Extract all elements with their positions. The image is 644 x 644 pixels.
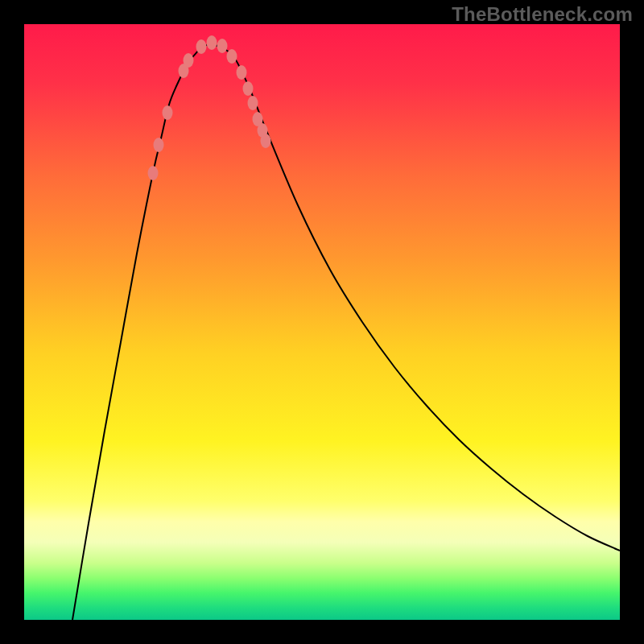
curve-marker [207,35,217,50]
plot-area [24,24,620,620]
curve-marker [261,134,271,148]
curve-marker [196,39,207,54]
curve-marker [184,53,194,68]
curve-marker [243,81,254,96]
gradient-background [24,24,620,620]
bottleneck-curve-chart [24,24,620,620]
curve-marker [217,39,228,53]
curve-marker [154,138,164,152]
watermark-text: TheBottleneck.com [452,3,633,26]
curve-marker [237,65,247,80]
chart-frame: TheBottleneck.com [0,0,644,644]
curve-marker [148,166,159,180]
curve-marker [163,105,173,120]
curve-marker [227,49,237,64]
curve-marker [248,96,258,110]
